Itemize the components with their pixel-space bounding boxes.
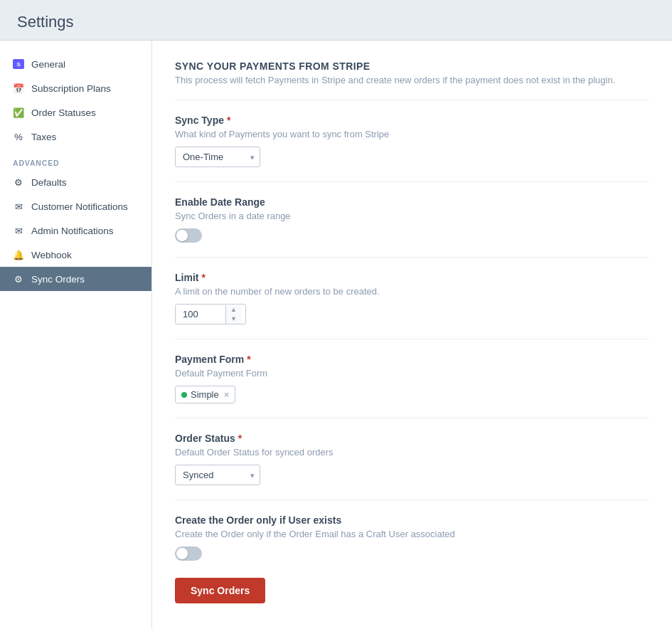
enable-date-range-group: Enable Date Range Sync Orders in a date … — [175, 196, 649, 243]
sidebar-item-webhook[interactable]: 🔔 Webhook — [0, 243, 151, 267]
divider-6 — [175, 500, 649, 500]
sidebar-item-sync-orders[interactable]: ⚙ Sync Orders — [0, 267, 151, 291]
sidebar-label-admin-notifications: Admin Notifications — [31, 226, 114, 236]
order-status-group: Order Status * Default Order Status for … — [175, 433, 649, 485]
limit-required: * — [201, 272, 205, 283]
limit-input-wrap: ▲ ▼ — [175, 304, 246, 324]
enable-date-range-label: Enable Date Range — [175, 196, 649, 208]
limit-label: Limit * — [175, 272, 649, 283]
advanced-section-label: ADVANCED — [0, 149, 151, 170]
limit-description: A limit on the number of new orders to b… — [175, 286, 649, 297]
page-title: Settings — [17, 13, 655, 31]
gear-icon: ⚙ — [13, 176, 24, 188]
tag-dot — [181, 392, 187, 398]
sidebar-label-general: General — [31, 59, 65, 70]
sidebar-item-general[interactable]: S General — [0, 52, 151, 76]
payment-form-tag: Simple × — [175, 386, 235, 403]
payment-form-required: * — [247, 354, 250, 365]
sidebar-label-subscription-plans: Subscription Plans — [31, 83, 111, 94]
percent-icon: % — [13, 131, 24, 142]
payment-form-group: Payment Form * Default Payment Form Simp… — [175, 354, 649, 403]
sync-type-select-wrap[interactable]: One-Time Subscription All — [175, 147, 260, 167]
payment-form-description: Default Payment Form — [175, 368, 649, 379]
sidebar-item-admin-notifications[interactable]: ✉ Admin Notifications — [0, 218, 151, 243]
divider-3 — [175, 257, 649, 258]
order-status-select-wrap[interactable]: Synced Pending Complete — [175, 465, 260, 485]
check-circle-icon: ✅ — [13, 107, 24, 118]
order-status-required: * — [238, 433, 242, 444]
order-status-label: Order Status * — [175, 433, 649, 444]
limit-increase-button[interactable]: ▲ — [226, 305, 241, 314]
page-header: Settings — [0, 0, 672, 41]
main-content: SYNC YOUR PAYMENTS FROM STRIPE This proc… — [152, 41, 672, 629]
sidebar-item-customer-notifications[interactable]: ✉ Customer Notifications — [0, 194, 151, 218]
enable-date-range-toggle[interactable] — [175, 228, 202, 243]
sidebar-label-webhook: Webhook — [31, 250, 72, 260]
envelope2-icon: ✉ — [13, 225, 24, 236]
sidebar-item-taxes[interactable]: % Taxes — [0, 125, 151, 149]
create-order-only-slider — [175, 546, 202, 561]
bell-icon: 🔔 — [13, 249, 24, 260]
calendar-icon: 📅 — [13, 83, 24, 94]
divider-2 — [175, 181, 649, 182]
sync-orders-button[interactable]: Sync Orders — [175, 578, 265, 603]
limit-decrease-button[interactable]: ▼ — [226, 314, 241, 324]
section-subtitle: This process will fetch Payments in Stri… — [175, 75, 649, 85]
create-order-only-group: Create the Order only if User exists Cre… — [175, 514, 649, 561]
enable-date-range-description: Sync Orders in a date range — [175, 211, 649, 221]
toggle-slider — [175, 228, 202, 243]
sync-type-description: What kind of Payments you want to sync f… — [175, 129, 649, 139]
sidebar: S General 📅 Subscription Plans ✅ Order S… — [0, 41, 152, 629]
sync-type-group: Sync Type * What kind of Payments you wa… — [175, 115, 649, 167]
limit-stepper: ▲ ▼ — [225, 305, 241, 324]
section-title: SYNC YOUR PAYMENTS FROM STRIPE — [175, 60, 649, 72]
divider-1 — [175, 100, 649, 100]
sidebar-label-customer-notifications: Customer Notifications — [31, 201, 128, 212]
order-status-select[interactable]: Synced Pending Complete — [175, 465, 260, 485]
stripe-logo-icon: S — [13, 58, 24, 70]
sidebar-item-subscription-plans[interactable]: 📅 Subscription Plans — [0, 76, 151, 100]
sync-type-required: * — [227, 115, 230, 126]
divider-5 — [175, 418, 649, 418]
create-order-only-description: Create the Order only if the Order Email… — [175, 529, 649, 539]
create-order-only-label: Create the Order only if User exists — [175, 514, 649, 526]
divider-4 — [175, 339, 649, 339]
create-order-only-toggle[interactable] — [175, 546, 202, 561]
sync-icon: ⚙ — [13, 273, 24, 285]
sidebar-item-defaults[interactable]: ⚙ Defaults — [0, 170, 151, 194]
sidebar-label-order-statuses: Order Statuses — [31, 107, 96, 118]
sidebar-label-sync-orders: Sync Orders — [31, 274, 85, 285]
sidebar-item-order-statuses[interactable]: ✅ Order Statuses — [0, 100, 151, 125]
payment-form-tag-label: Simple — [191, 389, 219, 400]
payment-form-label: Payment Form * — [175, 354, 649, 365]
sidebar-label-defaults: Defaults — [31, 177, 67, 188]
sync-type-select[interactable]: One-Time Subscription All — [175, 147, 260, 167]
sync-type-label: Sync Type * — [175, 115, 649, 126]
envelope-icon: ✉ — [13, 201, 24, 212]
limit-group: Limit * A limit on the number of new ord… — [175, 272, 649, 324]
order-status-description: Default Order Status for synced orders — [175, 447, 649, 458]
limit-input[interactable] — [176, 305, 225, 324]
payment-form-tag-remove[interactable]: × — [224, 390, 230, 399]
sidebar-label-taxes: Taxes — [31, 132, 56, 142]
